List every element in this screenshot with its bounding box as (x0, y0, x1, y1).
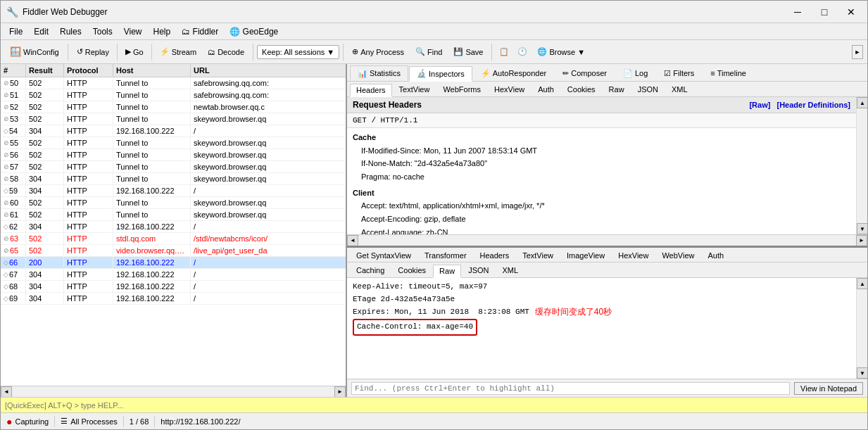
menu-tools[interactable]: Tools (87, 25, 118, 38)
menu-fiddler[interactable]: 🗂 Fiddler (176, 25, 224, 38)
clipboard-button[interactable]: 📋 (496, 44, 512, 59)
session-row[interactable]: ⊘ 51 502 HTTP Tunnel to safebrowsing.qq.… (1, 89, 346, 101)
stream-button[interactable]: ⚡ Stream (155, 44, 201, 59)
winconfig-button[interactable]: 🪟 WinConfig (5, 44, 64, 60)
session-row[interactable]: ◇ 69 304 HTTP 192.168.100.222 / (1, 293, 346, 305)
menu-view[interactable]: View (118, 25, 148, 38)
menu-rules[interactable]: Rules (54, 25, 87, 38)
resp-tab-hexview[interactable]: HexView (612, 249, 655, 262)
toolbar-right-scroll[interactable]: ► (852, 45, 863, 59)
raw-link[interactable]: [Raw] (749, 101, 770, 109)
session-row[interactable]: ⊘ 61 502 HTTP Tunnel to skeyword.browser… (1, 209, 346, 221)
session-cell-protocol: HTTP (64, 221, 113, 232)
sub-tab-auth[interactable]: Auth (532, 83, 560, 96)
session-row[interactable]: ⊘ 58 304 HTTP Tunnel to skeyword.browser… (1, 173, 346, 185)
req-scroll-down-arrow[interactable]: ▼ (857, 223, 867, 234)
session-table-container: # Result Protocol Host URL ⊘ 50 502 HTTP… (1, 64, 346, 386)
session-row[interactable]: ⊘ 53 502 HTTP Tunnel to skeyword.browser… (1, 113, 346, 125)
tab-inspectors[interactable]: 🔬 Inspectors (409, 66, 472, 82)
session-row[interactable]: ◇ 54 304 HTTP 192.168.100.222 / (1, 125, 346, 137)
session-cell-protocol: HTTP (64, 161, 113, 172)
menu-edit[interactable]: Edit (28, 25, 54, 38)
session-row[interactable]: ⊘ 57 502 HTTP Tunnel to skeyword.browser… (1, 161, 346, 173)
sub-tab-cookies[interactable]: Cookies (561, 83, 602, 96)
sub-tab-hexview[interactable]: HexView (488, 83, 531, 96)
req-hscroll[interactable]: ◄ ► (347, 234, 867, 246)
tab-log[interactable]: 📄 Log (615, 65, 655, 81)
resp-sub-cookies[interactable]: Cookies (391, 264, 432, 277)
hscroll-right-arrow[interactable]: ► (334, 386, 346, 398)
resp-sub-xml[interactable]: XML (496, 264, 524, 277)
header-if-modified: If-Modified-Since: Mon, 11 Jun 2007 18:5… (353, 144, 850, 158)
find-input[interactable] (351, 382, 790, 395)
target-icon: ⊕ (352, 47, 358, 56)
resp-tab-textview[interactable]: TextView (516, 249, 560, 262)
resp-tab-webview[interactable]: WebView (655, 249, 700, 262)
session-row[interactable]: ◇ 68 304 HTTP 192.168.100.222 / (1, 281, 346, 293)
browse-button[interactable]: 🌐 Browse ▼ (532, 44, 590, 59)
req-hscroll-left[interactable]: ◄ (347, 235, 358, 246)
session-cell-host: 192.168.100.222 (113, 185, 191, 196)
tab-timeline[interactable]: ≡ Timeline (703, 65, 754, 81)
session-row[interactable]: ⊘ 60 502 HTTP Tunnel to skeyword.browser… (1, 197, 346, 209)
decode-button[interactable]: 🗂 Decode (203, 45, 249, 59)
resp-tab-imageview[interactable]: ImageView (560, 249, 611, 262)
menu-geoedge[interactable]: 🌐 GeoEdge (224, 25, 284, 38)
session-row[interactable]: ◇ 66 200 HTTP 192.168.100.222 / (1, 257, 346, 269)
resp-tab-syntaxview[interactable]: Get SyntaxView (350, 249, 417, 262)
resp-sub-raw[interactable]: Raw (433, 265, 461, 278)
sub-tab-headers[interactable]: Headers (350, 84, 392, 97)
sub-tab-webforms[interactable]: WebForms (436, 83, 487, 96)
tab-composer[interactable]: ✏ Composer (555, 65, 615, 81)
quickexec-input[interactable] (5, 401, 863, 410)
app-window: 🔧 Fiddler Web Debugger ─ □ ✕ File Edit R… (0, 0, 868, 430)
any-process-button[interactable]: ⊕ Any Process (347, 44, 409, 59)
resp-scroll-up[interactable]: ▲ (857, 278, 867, 289)
resp-tab-transformer[interactable]: Transformer (418, 249, 473, 262)
session-row[interactable]: ⊘ 56 502 HTTP Tunnel to skeyword.browser… (1, 149, 346, 161)
session-row[interactable]: ⊘ 65 502 HTTP video.browser.qq.com /live… (1, 245, 346, 257)
sub-tab-textview[interactable]: TextView (393, 83, 436, 96)
resp-sub-json[interactable]: JSON (462, 264, 495, 277)
resp-tab-auth[interactable]: Auth (701, 249, 730, 262)
resp-line-expires: Expires: Mon, 11 Jun 2018 8:23:08 GMT 缓存… (353, 305, 850, 319)
keep-dropdown[interactable]: Keep: All sessions ▼ (257, 45, 339, 59)
req-scroll-up-arrow[interactable]: ▲ (857, 97, 867, 108)
save-button[interactable]: 💾 Save (448, 44, 488, 59)
session-row[interactable]: ◇ 59 304 HTTP 192.168.100.222 / (1, 185, 346, 197)
status-url: http://192.168.100.222/ (161, 417, 240, 426)
session-row[interactable]: ◇ 67 304 HTTP 192.168.100.222 / (1, 269, 346, 281)
maximize-button[interactable]: □ (814, 5, 835, 19)
menu-help[interactable]: Help (148, 25, 177, 38)
session-row[interactable]: ◇ 62 304 HTTP 192.168.100.222 / (1, 221, 346, 233)
sub-tab-json[interactable]: JSON (631, 83, 665, 96)
session-row[interactable]: ⊘ 63 502 HTTP stdl.qq.com /stdl/newtabcm… (1, 233, 346, 245)
resp-tab-headers[interactable]: Headers (474, 249, 516, 262)
session-cell-protocol: HTTP (64, 209, 113, 220)
go-button[interactable]: ▶ Go (120, 44, 149, 59)
clock-button[interactable]: 🕐 (514, 44, 531, 59)
timeline-icon: ≡ (710, 69, 715, 77)
resp-sub-caching[interactable]: Caching (350, 264, 391, 277)
tab-filters[interactable]: ☑ Filters (656, 65, 702, 81)
close-button[interactable]: ✕ (841, 5, 862, 19)
replay-button[interactable]: ↺ Replay (72, 44, 114, 59)
resp-scroll-down[interactable]: ▼ (857, 367, 867, 379)
session-cell-host: Tunnel to (113, 101, 191, 113)
req-hscroll-right[interactable]: ► (856, 235, 867, 246)
sub-tab-raw[interactable]: Raw (603, 83, 631, 96)
hscroll-left-arrow[interactable]: ◄ (1, 386, 12, 398)
session-hscroll[interactable]: ◄ ► (1, 386, 346, 397)
tab-statistics[interactable]: 📊 Statistics (350, 65, 408, 81)
session-row[interactable]: ⊘ 55 502 HTTP Tunnel to skeyword.browser… (1, 137, 346, 149)
session-row[interactable]: ⊘ 50 502 HTTP Tunnel to safebrowsing.qq.… (1, 77, 346, 89)
minimize-button[interactable]: ─ (787, 5, 808, 19)
session-row[interactable]: ⊘ 52 502 HTTP Tunnel to newtab.browser.q… (1, 101, 346, 113)
tab-autoresponder[interactable]: ⚡ AutoResponder (473, 65, 554, 81)
menu-file[interactable]: File (4, 25, 28, 38)
find-button[interactable]: 🔍 Find (410, 44, 447, 59)
session-cell-id: ◇ 67 (1, 269, 26, 280)
sub-tab-xml[interactable]: XML (665, 83, 694, 96)
view-notepad-button[interactable]: View in Notepad (794, 382, 863, 395)
header-def-link[interactable]: [Header Definitions] (776, 101, 850, 109)
